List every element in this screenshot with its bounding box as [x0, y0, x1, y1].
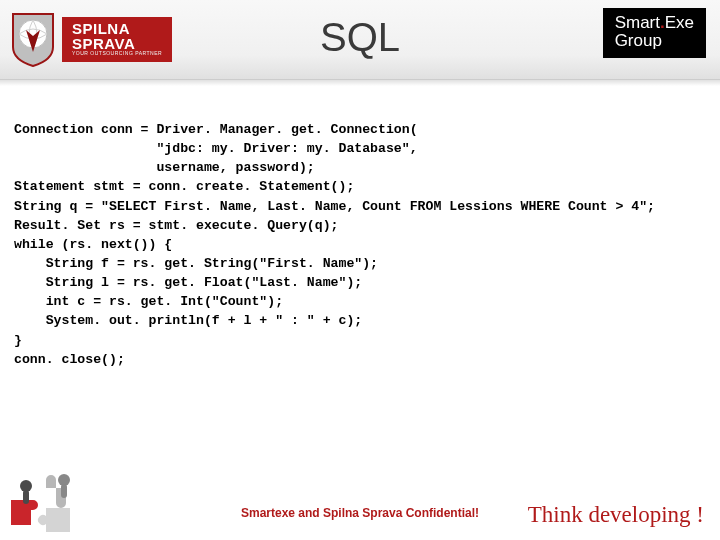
- spilna-sprava-logo: SPILNA SPRAVA YOUR OUTSOURCING PARTNER: [0, 12, 172, 67]
- smartexe-logo: Smart.Exe Group: [603, 8, 706, 58]
- puzzle-icon: [6, 470, 94, 540]
- svg-rect-2: [23, 490, 29, 504]
- smartexe-word2: Exe: [665, 13, 694, 32]
- code-line: System. out. println(f + l + " : " + c);: [14, 313, 362, 328]
- slide-title: SQL: [320, 15, 400, 60]
- code-line: while (rs. next()) {: [14, 237, 172, 252]
- code-line: conn. close();: [14, 352, 125, 367]
- code-line: String l = rs. get. Float("Last. Name");: [14, 275, 362, 290]
- code-line: String f = rs. get. String("First. Name"…: [14, 256, 378, 271]
- logo-line1: SPILNA: [72, 21, 162, 36]
- smartexe-word1: Smart: [615, 13, 660, 32]
- code-line: }: [14, 333, 22, 348]
- code-line: Connection conn = Driver. Manager. get. …: [14, 122, 418, 137]
- confidential-notice: Smartexe and Spilna Sprava Confidential!: [241, 506, 479, 520]
- code-block: Connection conn = Driver. Manager. get. …: [0, 80, 720, 369]
- slide-header: SPILNA SPRAVA YOUR OUTSOURCING PARTNER S…: [0, 0, 720, 80]
- globe-shield-icon: [8, 12, 58, 67]
- smartexe-line1: Smart.Exe: [615, 14, 694, 32]
- code-line: int c = rs. get. Int("Count");: [14, 294, 283, 309]
- svg-rect-4: [61, 484, 67, 498]
- spilna-text-box: SPILNA SPRAVA YOUR OUTSOURCING PARTNER: [62, 17, 172, 62]
- code-line: Statement stmt = conn. create. Statement…: [14, 179, 354, 194]
- code-line: "jdbc: my. Driver: my. Database",: [14, 141, 418, 156]
- code-line: Result. Set rs = stmt. execute. Query(q)…: [14, 218, 338, 233]
- smartexe-line2: Group: [615, 32, 694, 50]
- code-line: String q = "SELECT First. Name, Last. Na…: [14, 199, 655, 214]
- header-shadow: [0, 80, 720, 86]
- slide-footer: Smartexe and Spilna Sprava Confidential!…: [0, 482, 720, 540]
- logo-tagline: YOUR OUTSOURCING PARTNER: [72, 51, 162, 56]
- footer-tagline: Think developing !: [528, 502, 704, 528]
- logo-line2: SPRAVA: [72, 36, 162, 51]
- code-line: username, password);: [14, 160, 315, 175]
